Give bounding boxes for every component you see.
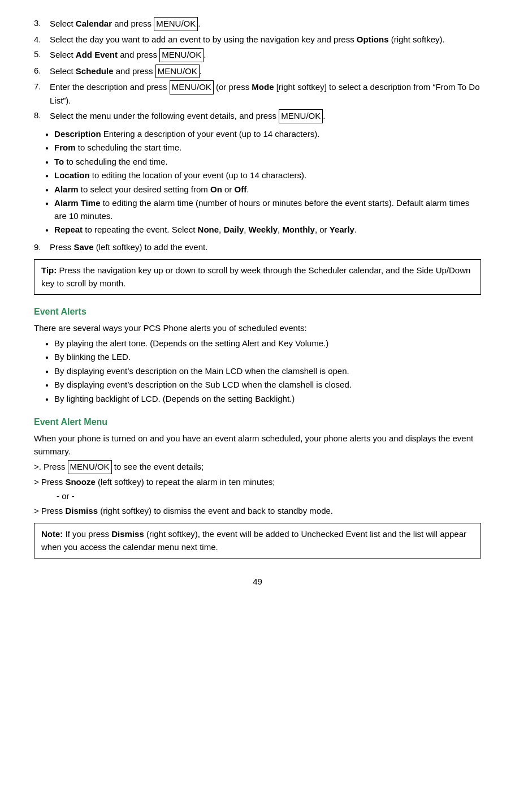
list-num-9: 9.	[34, 241, 50, 254]
list-content-9: Press Save (left softkey) to add the eve…	[50, 241, 481, 254]
page-number: 49	[34, 575, 481, 588]
event-alert-line3: > Press Dismiss (right softkey) to dismi…	[34, 505, 481, 518]
snooze-bold: Snooze	[65, 477, 95, 487]
options-bold: Options	[357, 35, 389, 44]
schedule-bold: Schedule	[76, 66, 114, 76]
list-item-4: 4. Select the day you want to add an eve…	[34, 33, 481, 46]
list-item-3: 3. Select Calendar and press MENU/OK.	[34, 17, 481, 31]
save-bold: Save	[74, 242, 94, 252]
list-item-7: 7. Enter the description and press MENU/…	[34, 80, 481, 107]
dismiss-bold-note: Dismiss	[111, 529, 144, 539]
event-alert-line2: > Press Snooze (left softkey) to repeat …	[34, 476, 481, 489]
tip-label: Tip:	[41, 265, 57, 275]
alert-bullet-5: By lighting backlight of LCD. (Depends o…	[34, 393, 481, 406]
mode-bold: Mode	[252, 82, 274, 92]
alert-bullet-1: By playing the alert tone. (Depends on t…	[34, 337, 481, 350]
list-item-6: 6. Select Schedule and press MENU/OK.	[34, 65, 481, 79]
event-alert-line1: >. Press MENU/OK to see the event detail…	[34, 460, 481, 474]
calendar-bold: Calendar	[76, 19, 112, 28]
bullet-alarm: Alarm to select your desired setting fro…	[34, 183, 481, 196]
bullet-alarm-time: Alarm Time to editing the alarm time (nu…	[34, 197, 481, 222]
tip-text: Press the navigation key up or down to s…	[41, 265, 470, 288]
bullet-alarm-text: Alarm to select your desired setting fro…	[54, 183, 249, 196]
event-alerts-section: Event Alerts There are several ways your…	[34, 305, 481, 405]
menu-ok-bordered-3: MENU/OK	[154, 17, 198, 31]
menu-ok-bordered-alert: MENU/OK	[68, 460, 112, 474]
list-item9-wrapper: 9. Press Save (left softkey) to add the …	[34, 241, 481, 254]
bullet-location-text: Location to editing the location of your…	[54, 169, 306, 182]
tip-box: Tip: Press the navigation key up or down…	[34, 259, 481, 295]
menu-ok-bordered-8: MENU/OK	[279, 109, 323, 123]
list-num-6: 6.	[34, 65, 50, 79]
list-num-5: 5.	[34, 48, 50, 62]
bullet-to-text: To to scheduling the end time.	[54, 156, 168, 169]
event-alert-or: - or -	[34, 490, 481, 503]
menu-ok-bordered-6: MENU/OK	[155, 65, 200, 79]
bullet-from: From to scheduling the start time.	[34, 141, 481, 154]
alert-bullet-5-text: By lighting backlight of LCD. (Depends o…	[54, 393, 295, 406]
event-alerts-title: Event Alerts	[34, 305, 481, 319]
event-alerts-intro: There are several ways your PCS Phone al…	[34, 322, 481, 335]
list-num-8: 8.	[34, 109, 50, 123]
event-details-bullets: Description Entering a description of yo…	[34, 128, 481, 237]
note-label: Note:	[41, 529, 63, 539]
alert-bullet-2: By blinking the LED.	[34, 351, 481, 364]
note-text: If you press Dismiss (right softkey), th…	[41, 529, 466, 552]
event-alert-menu-intro: When your phone is turned on and you hav…	[34, 432, 481, 458]
list-num-7: 7.	[34, 80, 50, 107]
alert-bullet-3: By displaying event’s description on the…	[34, 365, 481, 378]
list-content-8: Select the menu under the following even…	[50, 109, 481, 123]
bullet-from-text: From to scheduling the start time.	[54, 141, 181, 154]
list-content-5: Select Add Event and press MENU/OK.	[50, 48, 481, 62]
list-num-3: 3.	[34, 17, 50, 31]
list-item-8: 8. Select the menu under the following e…	[34, 109, 481, 123]
list-item-5: 5. Select Add Event and press MENU/OK.	[34, 48, 481, 62]
list-content-4: Select the day you want to add an event …	[50, 33, 481, 46]
dismiss-bold-line3: Dismiss	[65, 506, 98, 515]
bullet-description: Description Entering a description of yo…	[34, 128, 481, 141]
add-event-bold: Add Event	[76, 50, 118, 59]
bullet-description-text: Description Entering a description of yo…	[54, 128, 319, 141]
note-box: Note: If you press Dismiss (right softke…	[34, 523, 481, 558]
alert-bullet-2-text: By blinking the LED.	[54, 351, 131, 364]
bullet-to: To to scheduling the end time.	[34, 156, 481, 169]
list-item-9: 9. Press Save (left softkey) to add the …	[34, 241, 481, 254]
alert-bullet-4: By displaying event’s description on the…	[34, 379, 481, 392]
main-list: 3. Select Calendar and press MENU/OK. 4.…	[34, 17, 481, 123]
event-alert-menu-section: Event Alert Menu When your phone is turn…	[34, 415, 481, 517]
menu-ok-bordered-7: MENU/OK	[170, 80, 214, 94]
list-content-6: Select Schedule and press MENU/OK.	[50, 65, 481, 79]
bullet-alarm-time-text: Alarm Time to editing the alarm time (nu…	[54, 197, 481, 222]
list-num-4: 4.	[34, 33, 50, 46]
bullet-repeat-text: Repeat to repeating the event. Select No…	[54, 224, 357, 237]
alert-bullet-4-text: By displaying event’s description on the…	[54, 379, 352, 392]
bullet-location: Location to editing the location of your…	[34, 169, 481, 182]
bullet-repeat: Repeat to repeating the event. Select No…	[34, 224, 481, 237]
list-content-3: Select Calendar and press MENU/OK.	[50, 17, 481, 31]
list-content-7: Enter the description and press MENU/OK …	[50, 80, 481, 107]
event-alert-menu-title: Event Alert Menu	[34, 415, 481, 429]
alert-bullet-1-text: By playing the alert tone. (Depends on t…	[54, 337, 328, 350]
event-alerts-bullets: By playing the alert tone. (Depends on t…	[34, 337, 481, 406]
menu-ok-bordered-5: MENU/OK	[159, 48, 204, 62]
alert-bullet-3-text: By displaying event’s description on the…	[54, 365, 349, 378]
